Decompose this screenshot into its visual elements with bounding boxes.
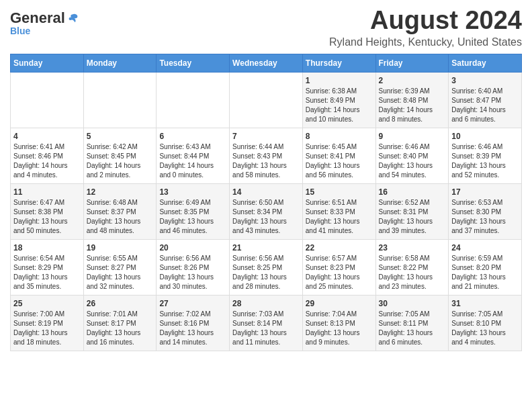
calendar-cell: 14Sunrise: 6:50 AM Sunset: 8:34 PM Dayli… bbox=[230, 183, 303, 239]
calendar-cell: 23Sunrise: 6:58 AM Sunset: 8:22 PM Dayli… bbox=[375, 239, 449, 295]
day-info: Sunrise: 6:57 AM Sunset: 8:23 PM Dayligh… bbox=[306, 254, 373, 291]
bird-icon bbox=[66, 12, 79, 24]
calendar-cell: 13Sunrise: 6:49 AM Sunset: 8:35 PM Dayli… bbox=[157, 183, 230, 239]
calendar-cell: 21Sunrise: 6:56 AM Sunset: 8:25 PM Dayli… bbox=[230, 239, 303, 295]
calendar-cell: 5Sunrise: 6:42 AM Sunset: 8:45 PM Daylig… bbox=[83, 128, 157, 183]
day-info: Sunrise: 7:01 AM Sunset: 8:17 PM Dayligh… bbox=[87, 310, 154, 347]
title-area: August 2024 Ryland Heights, Kentucky, Un… bbox=[329, 7, 522, 48]
day-number: 2 bbox=[379, 76, 446, 85]
calendar-cell: 26Sunrise: 7:01 AM Sunset: 8:17 PM Dayli… bbox=[83, 295, 157, 351]
calendar-cell: 2Sunrise: 6:39 AM Sunset: 8:48 PM Daylig… bbox=[375, 72, 449, 128]
day-info: Sunrise: 6:44 AM Sunset: 8:43 PM Dayligh… bbox=[232, 142, 300, 180]
day-number: 18 bbox=[13, 243, 81, 253]
day-info: Sunrise: 7:04 AM Sunset: 8:13 PM Dayligh… bbox=[306, 310, 373, 347]
day-header-sunday: Sunday bbox=[11, 54, 84, 72]
day-number: 4 bbox=[13, 132, 81, 141]
day-number: 25 bbox=[13, 299, 81, 308]
calendar-cell: 3Sunrise: 6:40 AM Sunset: 8:47 PM Daylig… bbox=[449, 72, 522, 128]
calendar-cell: 31Sunrise: 7:05 AM Sunset: 8:10 PM Dayli… bbox=[449, 295, 522, 351]
day-info: Sunrise: 6:52 AM Sunset: 8:31 PM Dayligh… bbox=[379, 198, 446, 236]
day-info: Sunrise: 6:46 AM Sunset: 8:39 PM Dayligh… bbox=[451, 142, 519, 180]
calendar-cell: 16Sunrise: 6:52 AM Sunset: 8:31 PM Dayli… bbox=[375, 183, 449, 239]
day-number: 29 bbox=[306, 299, 373, 308]
day-number: 13 bbox=[159, 187, 226, 197]
day-info: Sunrise: 6:38 AM Sunset: 8:49 PM Dayligh… bbox=[306, 87, 373, 124]
day-number: 3 bbox=[451, 76, 519, 85]
day-number: 9 bbox=[379, 132, 446, 141]
day-number: 8 bbox=[306, 132, 373, 141]
day-info: Sunrise: 6:41 AM Sunset: 8:46 PM Dayligh… bbox=[13, 142, 81, 180]
calendar-cell: 28Sunrise: 7:03 AM Sunset: 8:14 PM Dayli… bbox=[230, 295, 303, 351]
day-number: 17 bbox=[451, 187, 519, 197]
day-number: 28 bbox=[232, 299, 300, 308]
day-info: Sunrise: 6:50 AM Sunset: 8:34 PM Dayligh… bbox=[232, 198, 300, 236]
logo-general-text: General bbox=[10, 9, 65, 27]
calendar-week-5: 25Sunrise: 7:00 AM Sunset: 8:19 PM Dayli… bbox=[11, 295, 522, 351]
day-number: 14 bbox=[232, 187, 300, 197]
calendar-cell: 15Sunrise: 6:51 AM Sunset: 8:33 PM Dayli… bbox=[302, 183, 375, 239]
calendar-cell bbox=[11, 72, 84, 128]
day-number: 10 bbox=[451, 132, 519, 141]
day-info: Sunrise: 6:51 AM Sunset: 8:33 PM Dayligh… bbox=[306, 198, 373, 236]
calendar-cell: 7Sunrise: 6:44 AM Sunset: 8:43 PM Daylig… bbox=[230, 128, 303, 183]
logo-blue-text: Blue bbox=[10, 26, 30, 36]
day-info: Sunrise: 7:00 AM Sunset: 8:19 PM Dayligh… bbox=[13, 310, 81, 347]
day-header-wednesday: Wednesday bbox=[230, 54, 303, 72]
day-header-monday: Monday bbox=[83, 54, 157, 72]
calendar-cell: 12Sunrise: 6:48 AM Sunset: 8:37 PM Dayli… bbox=[83, 183, 157, 239]
calendar-cell: 4Sunrise: 6:41 AM Sunset: 8:46 PM Daylig… bbox=[11, 128, 84, 183]
day-info: Sunrise: 6:39 AM Sunset: 8:48 PM Dayligh… bbox=[379, 87, 446, 124]
page-header: General Blue August 2024 Ryland Heights,… bbox=[10, 7, 522, 48]
day-number: 6 bbox=[159, 132, 226, 141]
calendar-cell: 22Sunrise: 6:57 AM Sunset: 8:23 PM Dayli… bbox=[302, 239, 375, 295]
day-header-thursday: Thursday bbox=[302, 54, 375, 72]
calendar-week-1: 1Sunrise: 6:38 AM Sunset: 8:49 PM Daylig… bbox=[11, 72, 522, 128]
day-number: 16 bbox=[379, 187, 446, 197]
day-header-tuesday: Tuesday bbox=[157, 54, 230, 72]
day-info: Sunrise: 6:43 AM Sunset: 8:44 PM Dayligh… bbox=[159, 142, 226, 180]
day-header-friday: Friday bbox=[375, 54, 449, 72]
day-info: Sunrise: 6:49 AM Sunset: 8:35 PM Dayligh… bbox=[159, 198, 226, 236]
day-info: Sunrise: 6:46 AM Sunset: 8:40 PM Dayligh… bbox=[379, 142, 446, 180]
calendar-week-4: 18Sunrise: 6:54 AM Sunset: 8:29 PM Dayli… bbox=[11, 239, 522, 295]
calendar-cell: 25Sunrise: 7:00 AM Sunset: 8:19 PM Dayli… bbox=[11, 295, 84, 351]
logo: General Blue bbox=[10, 9, 79, 36]
day-info: Sunrise: 6:56 AM Sunset: 8:26 PM Dayligh… bbox=[159, 254, 226, 291]
day-number: 5 bbox=[87, 132, 154, 141]
day-number: 27 bbox=[159, 299, 226, 308]
calendar-week-3: 11Sunrise: 6:47 AM Sunset: 8:38 PM Dayli… bbox=[11, 183, 522, 239]
calendar-cell: 27Sunrise: 7:02 AM Sunset: 8:16 PM Dayli… bbox=[157, 295, 230, 351]
day-number: 12 bbox=[87, 187, 154, 197]
day-info: Sunrise: 6:58 AM Sunset: 8:22 PM Dayligh… bbox=[379, 254, 446, 291]
calendar-cell: 29Sunrise: 7:04 AM Sunset: 8:13 PM Dayli… bbox=[302, 295, 375, 351]
day-info: Sunrise: 6:59 AM Sunset: 8:20 PM Dayligh… bbox=[451, 254, 519, 291]
calendar-cell: 8Sunrise: 6:45 AM Sunset: 8:41 PM Daylig… bbox=[302, 128, 375, 183]
calendar-cell: 11Sunrise: 6:47 AM Sunset: 8:38 PM Dayli… bbox=[11, 183, 84, 239]
day-info: Sunrise: 7:03 AM Sunset: 8:14 PM Dayligh… bbox=[232, 310, 300, 347]
day-number: 24 bbox=[451, 243, 519, 253]
calendar-cell bbox=[83, 72, 157, 128]
day-number: 15 bbox=[306, 187, 373, 197]
day-info: Sunrise: 6:45 AM Sunset: 8:41 PM Dayligh… bbox=[306, 142, 373, 180]
day-number: 30 bbox=[379, 299, 446, 308]
day-info: Sunrise: 7:05 AM Sunset: 8:10 PM Dayligh… bbox=[451, 310, 519, 347]
day-number: 23 bbox=[379, 243, 446, 253]
calendar-cell bbox=[230, 72, 303, 128]
calendar-cell bbox=[157, 72, 230, 128]
calendar-cell: 19Sunrise: 6:55 AM Sunset: 8:27 PM Dayli… bbox=[83, 239, 157, 295]
day-info: Sunrise: 7:02 AM Sunset: 8:16 PM Dayligh… bbox=[159, 310, 226, 347]
calendar-week-2: 4Sunrise: 6:41 AM Sunset: 8:46 PM Daylig… bbox=[11, 128, 522, 183]
day-info: Sunrise: 6:53 AM Sunset: 8:30 PM Dayligh… bbox=[451, 198, 519, 236]
calendar-cell: 9Sunrise: 6:46 AM Sunset: 8:40 PM Daylig… bbox=[375, 128, 449, 183]
day-number: 31 bbox=[451, 299, 519, 308]
calendar-cell: 24Sunrise: 6:59 AM Sunset: 8:20 PM Dayli… bbox=[449, 239, 522, 295]
location-title: Ryland Heights, Kentucky, United States bbox=[329, 36, 522, 48]
day-number: 11 bbox=[13, 187, 81, 197]
day-info: Sunrise: 6:40 AM Sunset: 8:47 PM Dayligh… bbox=[451, 87, 519, 124]
calendar-header-row: SundayMondayTuesdayWednesdayThursdayFrid… bbox=[11, 54, 522, 72]
day-number: 7 bbox=[232, 132, 300, 141]
calendar-cell: 30Sunrise: 7:05 AM Sunset: 8:11 PM Dayli… bbox=[375, 295, 449, 351]
day-info: Sunrise: 6:42 AM Sunset: 8:45 PM Dayligh… bbox=[87, 142, 154, 180]
calendar-cell: 20Sunrise: 6:56 AM Sunset: 8:26 PM Dayli… bbox=[157, 239, 230, 295]
day-info: Sunrise: 7:05 AM Sunset: 8:11 PM Dayligh… bbox=[379, 310, 446, 347]
